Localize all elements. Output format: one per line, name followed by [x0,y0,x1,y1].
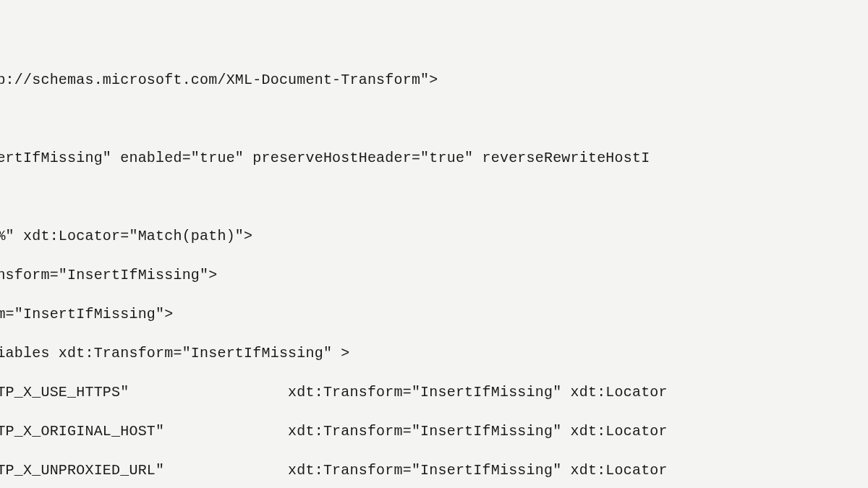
code-line-servervars-open: rverVariables xdt:Transform="InsertIfMis… [0,343,703,363]
code-line-transform-2: ransform="InsertIfMissing"> [0,304,703,324]
code-line-transform-1: xdt:Transform="InsertIfMissing"> [0,265,703,285]
blank-line [0,109,703,129]
code-line-var-1: ame="HTTP_X_USE_HTTPS" xdt:Transform="In… [0,382,703,402]
code-line-var-2: ame="HTTP_X_ORIGINAL_HOST" xdt:Transform… [0,421,703,441]
code-line-var-3: ame="HTTP_X_UNPROXIED_URL" xdt:Transform… [0,461,703,480]
code-block: dt="http://schemas.microsoft.com/XML-Doc… [0,0,868,488]
code-line-locator: ITENAME%" xdt:Locator="Match(path)"> [0,226,703,246]
code-lines: dt="http://schemas.microsoft.com/XML-Doc… [0,51,703,488]
blank-line [0,187,703,207]
code-line-ns: dt="http://schemas.microsoft.com/XML-Doc… [0,70,703,90]
code-line-rm: rm="InsertIfMissing" enabled="true" pres… [0,148,703,168]
